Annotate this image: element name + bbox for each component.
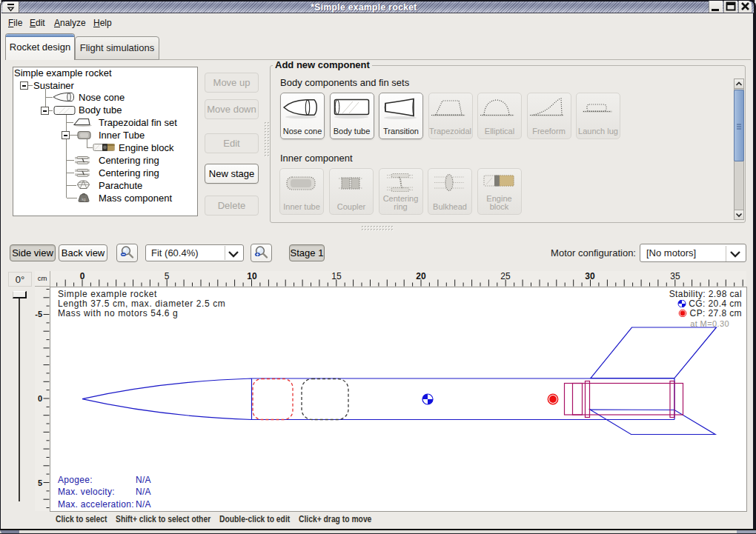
svg-text:-5: -5 (35, 310, 42, 318)
svg-text:10: 10 (247, 271, 257, 281)
svg-text:20: 20 (416, 271, 426, 281)
svg-text:5: 5 (165, 271, 170, 281)
svg-text:35: 35 (670, 271, 680, 281)
svg-text:15: 15 (331, 271, 342, 281)
svg-text:30: 30 (585, 271, 595, 281)
svg-text:5: 5 (38, 478, 42, 487)
svg-text:0: 0 (38, 394, 42, 403)
svg-text:0: 0 (80, 271, 85, 281)
svg-text:kg: kg (82, 197, 86, 201)
svg-text:25: 25 (500, 271, 511, 281)
